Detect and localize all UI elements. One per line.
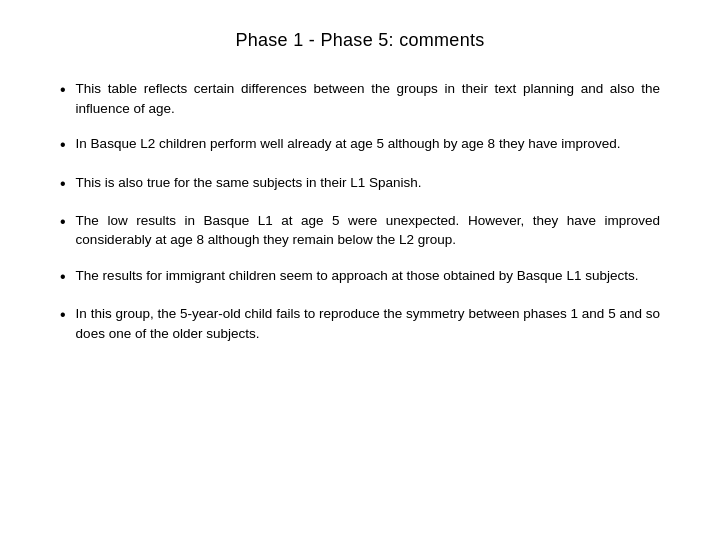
bullet-text-3: This is also true for the same subjects … — [76, 173, 422, 193]
list-item: •In this group, the 5-year-old child fai… — [60, 304, 660, 343]
bullet-dot: • — [60, 134, 66, 156]
list-item: •The low results in Basque L1 at age 5 w… — [60, 211, 660, 250]
bullet-text-1: This table reflects certain differences … — [76, 79, 660, 118]
bullet-dot: • — [60, 211, 66, 233]
bullet-dot: • — [60, 304, 66, 326]
bullet-text-2: In Basque L2 children perform well alrea… — [76, 134, 621, 154]
bullet-list: •This table reflects certain differences… — [60, 79, 660, 344]
bullet-dot: • — [60, 79, 66, 101]
bullet-dot: • — [60, 266, 66, 288]
list-item: •In Basque L2 children perform well alre… — [60, 134, 660, 156]
bullet-text-5: The results for immigrant children seem … — [76, 266, 639, 286]
list-item: •This table reflects certain differences… — [60, 79, 660, 118]
page-title: Phase 1 - Phase 5: comments — [60, 30, 660, 51]
bullet-dot: • — [60, 173, 66, 195]
bullet-text-4: The low results in Basque L1 at age 5 we… — [76, 211, 660, 250]
list-item: •This is also true for the same subjects… — [60, 173, 660, 195]
list-item: •The results for immigrant children seem… — [60, 266, 660, 288]
bullet-text-6: In this group, the 5-year-old child fail… — [76, 304, 660, 343]
page-container: Phase 1 - Phase 5: comments •This table … — [0, 0, 720, 540]
